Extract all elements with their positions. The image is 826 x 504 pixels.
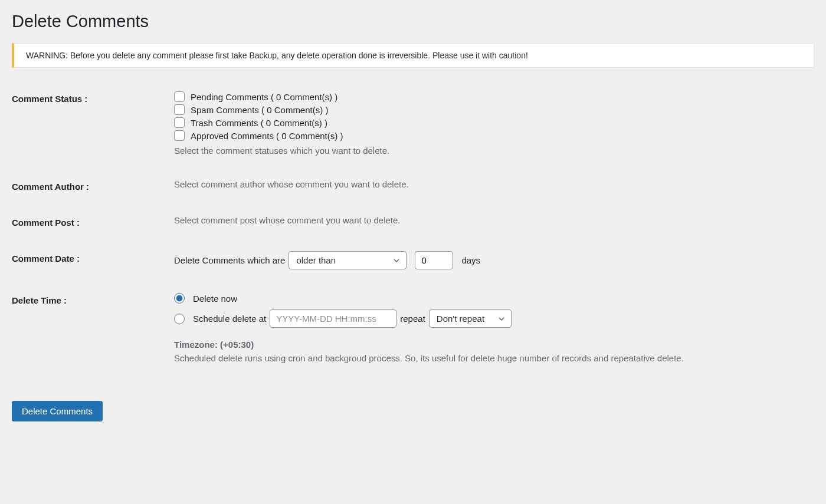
radio-label-schedule: Schedule delete at bbox=[193, 314, 266, 324]
checkbox-label-trash: Trash Comments ( 0 Comment(s) ) bbox=[191, 118, 327, 128]
helper-comment-post: Select comment post whose comment you wa… bbox=[174, 215, 814, 225]
row-comment-author: Comment Author : Select comment author w… bbox=[12, 179, 814, 192]
select-date-condition[interactable]: older than bbox=[289, 251, 407, 269]
radio-delete-now[interactable] bbox=[174, 293, 185, 304]
input-date-number[interactable] bbox=[415, 251, 453, 269]
page-title: Delete Comments bbox=[12, 12, 814, 31]
content-delete-time: Delete now Schedule delete at repeat Don… bbox=[174, 293, 814, 365]
checkbox-label-approved: Approved Comments ( 0 Comment(s) ) bbox=[191, 131, 343, 141]
row-comment-post: Comment Post : Select comment post whose… bbox=[12, 215, 814, 228]
helper-comment-author: Select comment author whose comment you … bbox=[174, 179, 814, 189]
delete-comments-button[interactable]: Delete Comments bbox=[12, 401, 103, 421]
row-delete-time: Delete Time : Delete now Schedule delete… bbox=[12, 293, 814, 365]
repeat-label: repeat bbox=[400, 314, 425, 324]
helper-comment-status: Select the comment statuses which you wa… bbox=[174, 146, 814, 156]
row-comment-status: Comment Status : Pending Comments ( 0 Co… bbox=[12, 91, 814, 156]
row-comment-date: Comment Date : Delete Comments which are… bbox=[12, 251, 814, 269]
checkbox-label-pending: Pending Comments ( 0 Comment(s) ) bbox=[191, 92, 337, 102]
checkbox-row-approved: Approved Comments ( 0 Comment(s) ) bbox=[174, 130, 814, 141]
helper-delete-time: Scheduled delete runs using cron and bac… bbox=[174, 352, 814, 365]
radio-row-schedule: Schedule delete at repeat Don't repeat bbox=[174, 309, 814, 328]
input-schedule-datetime[interactable] bbox=[270, 309, 396, 328]
radio-row-now: Delete now bbox=[174, 293, 814, 304]
content-comment-date: Delete Comments which are older than day… bbox=[174, 251, 814, 269]
radio-schedule[interactable] bbox=[174, 314, 185, 324]
form-table: Comment Status : Pending Comments ( 0 Co… bbox=[12, 91, 814, 365]
checkbox-trash[interactable] bbox=[174, 117, 185, 128]
checkbox-row-spam: Spam Comments ( 0 Comment(s) ) bbox=[174, 104, 814, 115]
content-comment-status: Pending Comments ( 0 Comment(s) ) Spam C… bbox=[174, 91, 814, 156]
label-comment-post: Comment Post : bbox=[12, 215, 174, 228]
label-comment-status: Comment Status : bbox=[12, 91, 174, 104]
warning-text: WARNING: Before you delete any comment p… bbox=[26, 51, 802, 60]
select-repeat[interactable]: Don't repeat bbox=[429, 309, 512, 328]
checkbox-row-pending: Pending Comments ( 0 Comment(s) ) bbox=[174, 91, 814, 102]
radio-label-now: Delete now bbox=[193, 294, 237, 304]
checkbox-spam[interactable] bbox=[174, 104, 185, 115]
checkbox-row-trash: Trash Comments ( 0 Comment(s) ) bbox=[174, 117, 814, 128]
content-comment-post: Select comment post whose comment you wa… bbox=[174, 215, 814, 225]
label-comment-date: Comment Date : bbox=[12, 251, 174, 263]
warning-notice: WARNING: Before you delete any comment p… bbox=[12, 43, 814, 68]
timezone-text: Timezone: (+05:30) bbox=[174, 340, 814, 350]
label-comment-author: Comment Author : bbox=[12, 179, 174, 192]
date-prefix: Delete Comments which are bbox=[174, 255, 285, 265]
date-suffix: days bbox=[461, 255, 480, 265]
checkbox-approved[interactable] bbox=[174, 130, 185, 141]
checkbox-label-spam: Spam Comments ( 0 Comment(s) ) bbox=[191, 105, 328, 115]
content-comment-author: Select comment author whose comment you … bbox=[174, 179, 814, 189]
label-delete-time: Delete Time : bbox=[12, 293, 174, 305]
checkbox-pending[interactable] bbox=[174, 91, 185, 102]
